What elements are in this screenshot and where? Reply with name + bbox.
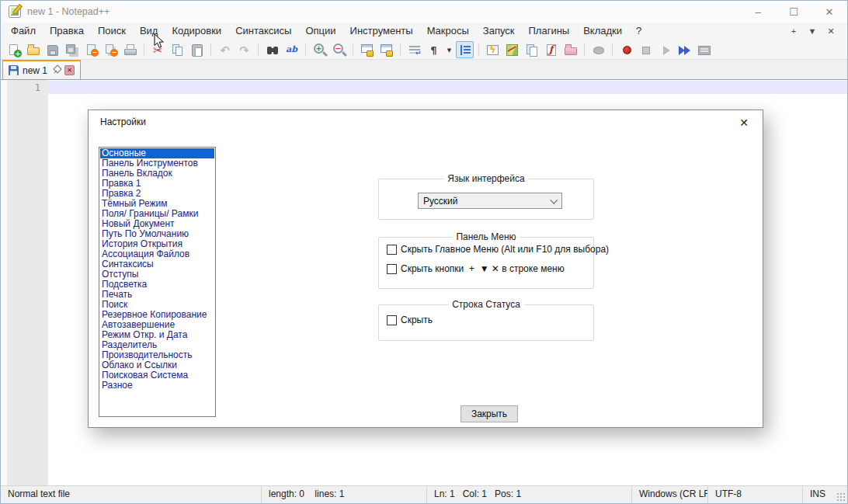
current-line-highlight	[48, 81, 847, 94]
menu-bar-small-button[interactable]: ✕	[822, 26, 839, 36]
toolbar	[1, 40, 847, 60]
close-file-icon[interactable]	[82, 41, 100, 58]
word-wrap-icon[interactable]	[405, 41, 423, 58]
print-icon[interactable]	[121, 41, 139, 58]
notepad-plus-plus-window: new 1 - Notepad++ – ☐ ✕ Файл Правка Поис…	[0, 0, 848, 504]
replace-icon[interactable]	[283, 41, 301, 58]
new-file-icon[interactable]	[5, 41, 23, 58]
menu-item[interactable]: Плагины	[522, 23, 577, 40]
status-segment: INS	[802, 486, 838, 503]
menu-item[interactable]: Файл	[4, 23, 43, 40]
document-map-icon[interactable]	[503, 41, 521, 58]
checkbox[interactable]	[387, 245, 397, 255]
tab-new-1[interactable]: new 1 ✕	[2, 60, 81, 79]
line-number-gutter: 1	[8, 80, 48, 485]
open-file-icon[interactable]	[24, 41, 42, 58]
language-groupbox: Язык интерфейса Русский	[378, 179, 594, 220]
monitoring-icon[interactable]	[542, 41, 560, 58]
dialog-close-icon[interactable]: ✕	[736, 115, 752, 130]
checkbox-label: Скрыть	[401, 315, 433, 325]
menu-item[interactable]: Поиск	[91, 23, 133, 40]
bookmark-margin	[1, 80, 8, 485]
status-segment: Ln: 1 Col: 1 Pos: 1	[426, 486, 631, 503]
status-segment: UTF-8	[707, 486, 802, 503]
menu-item[interactable]: Кодировки	[165, 23, 228, 40]
eye-monitor-icon[interactable]	[589, 41, 607, 58]
toolbar-separator	[478, 43, 479, 56]
copy-icon[interactable]	[169, 41, 186, 58]
playback-macro-icon[interactable]	[656, 41, 674, 58]
sync-vertical-scroll-icon[interactable]	[358, 41, 376, 58]
close-tab-icon[interactable]: ✕	[64, 65, 75, 75]
checkbox-row[interactable]: Скрыть	[387, 315, 587, 325]
checkbox-row[interactable]: Скрыть Главное Меню (Alt или F10 для выб…	[387, 244, 587, 255]
dialog-title: Настройки	[100, 116, 146, 127]
close-all-icon[interactable]	[102, 41, 120, 58]
line-number: 1	[8, 81, 40, 95]
toolbar-separator	[584, 43, 585, 56]
menu-item[interactable]: Запуск	[476, 23, 522, 40]
indent-guide-icon[interactable]	[456, 41, 474, 58]
menu-item[interactable]: Правка	[43, 23, 91, 40]
settings-list-item[interactable]: Разное	[100, 381, 214, 391]
status-bar: Normal text file length: 0 lines: 1 Ln: …	[1, 485, 847, 503]
stop-recording-icon[interactable]	[637, 41, 655, 58]
minimize-button[interactable]: –	[740, 1, 776, 23]
show-all-characters-icon[interactable]	[425, 41, 443, 58]
checkbox-label: Скрыть Главное Меню (Alt или F10 для выб…	[401, 244, 609, 255]
folder-as-workspace-icon[interactable]	[561, 41, 579, 58]
toolbar-separator	[612, 43, 613, 56]
menu-item[interactable]: Вид	[133, 23, 165, 40]
document-list-icon[interactable]	[523, 41, 540, 58]
chevron-down-icon	[550, 196, 558, 204]
cut-icon[interactable]	[149, 41, 167, 58]
checkbox[interactable]	[387, 264, 397, 274]
menu-bar-group-title: Панель Меню	[452, 231, 520, 242]
menu-item[interactable]: Вкладки	[576, 23, 629, 40]
zoom-in-icon[interactable]	[311, 41, 328, 58]
menu-bar-right-buttons: + ▼ ✕	[785, 23, 839, 40]
resize-grip[interactable]	[838, 486, 847, 503]
window-title: new 1 - Notepad++	[27, 6, 109, 17]
redo-icon[interactable]	[235, 41, 253, 58]
language-combobox[interactable]: Русский	[418, 193, 562, 209]
menu-item[interactable]: Макросы	[420, 23, 476, 40]
toolbar-separator	[400, 43, 401, 56]
language-group-title: Язык интерфейса	[443, 173, 528, 184]
menu-item[interactable]: Инструменты	[343, 23, 420, 40]
menu-bar-groupbox: Панель Меню Скрыть Главное Меню (Alt или…	[378, 237, 594, 289]
function-list-icon[interactable]	[484, 41, 502, 58]
checkbox-label: Скрыть кнопки + ▼ ✕ в строке меню	[401, 263, 565, 274]
save-recorded-macro-icon[interactable]	[695, 41, 713, 58]
save-all-icon[interactable]	[63, 41, 81, 58]
status-segment: length: 0 lines: 1	[261, 486, 426, 503]
menu-item[interactable]: Синтаксисы	[228, 23, 298, 40]
menu-item[interactable]: Опции	[298, 23, 342, 40]
undo-icon[interactable]	[216, 41, 234, 58]
pin-tab-icon[interactable]	[51, 65, 61, 75]
maximize-button[interactable]: ☐	[776, 1, 812, 23]
show-symbol-dropdown-icon[interactable]	[444, 41, 454, 58]
toolbar-separator	[210, 43, 211, 56]
checkbox[interactable]	[387, 315, 397, 325]
settings-category-list: Основные Панель Инструментов Панель Вкла…	[99, 147, 216, 417]
close-dialog-button[interactable]: Закрыть	[460, 405, 518, 422]
menu-bar-small-button[interactable]: +	[785, 26, 802, 36]
zoom-out-icon[interactable]	[330, 41, 348, 58]
status-bar-checkboxes: Скрыть	[387, 315, 587, 325]
menu-bar: Файл Правка Поиск Вид Кодировки Синтакси…	[1, 23, 847, 40]
checkbox-row[interactable]: Скрыть кнопки + ▼ ✕ в строке меню	[387, 263, 587, 274]
find-icon[interactable]	[263, 41, 281, 58]
paste-icon[interactable]	[188, 41, 206, 58]
status-bar-group-title: Строка Статуса	[448, 299, 524, 310]
run-macro-multiple-times-icon[interactable]	[676, 41, 693, 58]
sync-horizontal-scroll-icon[interactable]	[377, 41, 395, 58]
toolbar-separator	[353, 43, 353, 56]
menu-bar-small-button[interactable]: ▼	[804, 26, 821, 36]
save-icon[interactable]	[43, 41, 61, 58]
language-combobox-value: Русский	[423, 196, 458, 207]
start-recording-icon[interactable]	[617, 41, 635, 58]
status-bar-groupbox: Строка Статуса Скрыть	[378, 304, 594, 341]
close-button[interactable]: ✕	[812, 1, 847, 23]
menu-item[interactable]: ?	[629, 23, 648, 40]
